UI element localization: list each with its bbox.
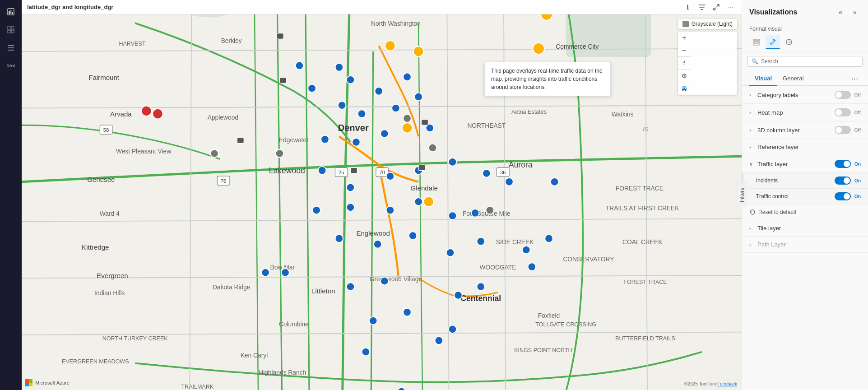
svg-point-104 — [505, 178, 513, 186]
svg-point-110 — [449, 212, 457, 220]
tab-general[interactable]: General — [777, 72, 809, 86]
svg-point-159 — [685, 89, 686, 91]
filter-button[interactable] — [696, 2, 707, 13]
feedback-link[interactable]: Feedback — [717, 381, 737, 386]
svg-text:Applewood: Applewood — [208, 114, 238, 121]
incidents-row: Incidents On — [743, 173, 868, 189]
more-options-button[interactable]: ··· — [725, 2, 736, 13]
svg-point-158 — [682, 89, 683, 91]
section-category-labels[interactable]: › Category labels Off — [742, 86, 868, 104]
sidebar-icon-report[interactable] — [3, 4, 19, 20]
chevron-heat-map: › — [749, 110, 755, 115]
sidebar-icon-data[interactable] — [3, 40, 19, 56]
incidents-toggle[interactable] — [835, 176, 851, 185]
section-traffic-layer[interactable]: ∨ Traffic layer On — [742, 155, 868, 173]
map-style-badge[interactable]: Grayscale (Light) — [678, 19, 737, 29]
svg-point-122 — [381, 277, 389, 285]
svg-marker-152 — [683, 63, 685, 66]
svg-point-130 — [435, 337, 443, 345]
zoom-out-button[interactable]: − — [678, 44, 691, 57]
category-labels-toggle[interactable] — [835, 91, 851, 99]
chevron-reference-layer: › — [749, 144, 755, 150]
panel-title: Visualizations — [749, 8, 797, 16]
toggle-knob — [836, 109, 842, 116]
car-button[interactable] — [678, 82, 691, 95]
svg-text:FOREST TRACE: FOREST TRACE — [623, 279, 667, 285]
reset-to-default-button[interactable]: Reset to default — [742, 204, 868, 220]
svg-text:Evergreen: Evergreen — [97, 272, 128, 279]
svg-text:Littleton: Littleton — [311, 287, 335, 295]
copyright-text: ©2025 TomTom — [684, 381, 716, 386]
section-3d-column-layer[interactable]: › 3D column layer Off — [742, 121, 868, 139]
svg-point-111 — [471, 209, 479, 217]
style-icon — [682, 21, 689, 27]
svg-point-116 — [477, 237, 485, 246]
svg-point-83 — [335, 63, 343, 71]
section-path-layer[interactable]: › Path Layer — [742, 237, 868, 253]
fields-icon-button[interactable] — [749, 35, 764, 49]
svg-point-139 — [153, 109, 163, 119]
svg-text:Centennial: Centennial — [460, 294, 501, 303]
map-zoom-controls: + − — [678, 32, 737, 95]
traffic-layer-toggle[interactable] — [835, 160, 851, 168]
traffic-control-toggle-group: On — [835, 192, 861, 200]
svg-point-126 — [403, 308, 411, 316]
toggle-knob — [844, 177, 850, 184]
svg-rect-3 — [12, 12, 13, 14]
expand-button[interactable] — [711, 2, 722, 13]
chevron-3d-column-layer: › — [749, 127, 755, 133]
chevron-category-labels: › — [749, 92, 755, 98]
analytics-icon-button[interactable] — [782, 35, 796, 49]
svg-point-106 — [312, 206, 320, 214]
svg-rect-4 — [8, 27, 10, 29]
location-button[interactable] — [678, 70, 691, 82]
info-button[interactable]: ℹ — [682, 2, 693, 13]
svg-point-140 — [210, 149, 218, 158]
tab-visual[interactable]: Visual — [749, 72, 777, 86]
svg-rect-161 — [753, 42, 760, 43]
svg-text:Indian Hills: Indian Hills — [94, 289, 125, 297]
svg-point-102 — [449, 158, 457, 166]
svg-rect-147 — [279, 78, 286, 84]
toggle-knob — [836, 127, 842, 133]
tooltip-text: This page overlays real-time traffic dat… — [491, 68, 603, 90]
compass-button[interactable] — [678, 57, 691, 70]
panel-body: › Category labels Off › Heat map Off › — [742, 86, 868, 390]
section-tile-layer[interactable]: › Tile layer — [742, 220, 868, 237]
svg-text:Aetna Estates: Aetna Estates — [511, 109, 547, 115]
3d-column-toggle[interactable] — [835, 126, 851, 134]
svg-text:Columbine: Columbine — [279, 320, 309, 328]
traffic-control-toggle[interactable] — [835, 192, 851, 200]
svg-text:West Pleasant View: West Pleasant View — [116, 148, 171, 155]
zoom-in-button[interactable]: + — [678, 32, 691, 44]
section-heat-map[interactable]: › Heat map Off — [742, 104, 868, 121]
svg-rect-9 — [8, 47, 14, 48]
map-copyright: ©2025 TomTom Feedback — [684, 381, 737, 386]
svg-point-144 — [403, 114, 411, 122]
sidebar-icon-grid[interactable] — [3, 22, 19, 38]
svg-rect-157 — [685, 88, 686, 89]
svg-point-124 — [477, 283, 485, 291]
collapse-panel-button[interactable]: « — [835, 6, 846, 18]
svg-text:NORTH TURKEY CREEK: NORTH TURKEY CREEK — [102, 335, 168, 342]
subtab-more-button[interactable]: ··· — [849, 72, 861, 85]
svg-text:Fairmount: Fairmount — [88, 74, 120, 81]
search-bar: 🔍 — [747, 56, 863, 67]
svg-rect-146 — [237, 138, 244, 144]
map-area[interactable]: 76 25 36 70 58 Westminster SPRING MESA H… — [22, 14, 742, 390]
3d-column-layer-label: 3D column layer — [757, 127, 835, 134]
svg-text:Ward 4: Ward 4 — [100, 210, 120, 217]
svg-text:NORTHEAST: NORTHEAST — [467, 122, 506, 129]
toggle-knob — [844, 161, 850, 167]
toggle-knob — [844, 193, 850, 200]
svg-point-112 — [335, 235, 343, 243]
format-icon-button[interactable] — [766, 35, 780, 49]
filters-tab[interactable]: Filters — [737, 183, 747, 208]
sidebar-icon-dax[interactable]: DAX — [3, 58, 19, 74]
heat-map-toggle[interactable] — [835, 108, 851, 116]
search-input[interactable] — [761, 58, 859, 65]
expand-panel-button[interactable]: » — [849, 6, 861, 18]
panel-header: Visualizations « » — [742, 0, 868, 22]
svg-rect-6 — [8, 30, 10, 33]
section-reference-layer[interactable]: › Reference layer — [742, 139, 868, 155]
